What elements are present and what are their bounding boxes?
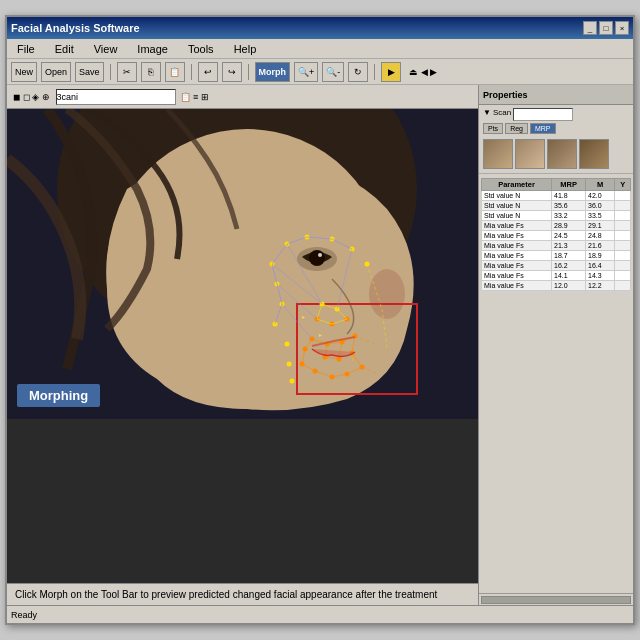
zoom-out-button[interactable]: 🔍-: [322, 62, 344, 82]
new-button[interactable]: New: [11, 62, 37, 82]
menu-bar: File Edit View Image Tools Help: [7, 39, 633, 59]
cell-9-3: [615, 281, 631, 291]
svg-point-5: [309, 250, 325, 266]
table-row: Std value N33.233.5: [482, 211, 631, 221]
cell-2-3: [615, 211, 631, 221]
svg-text:▸: ▸: [352, 356, 355, 362]
divider-1: [479, 173, 633, 174]
toolbar: New Open Save ✂ ⎘ 📋 ↩ ↪ Morph 🔍+ 🔍- ↻ ▶ …: [7, 59, 633, 85]
scrollbar-thumb-h: [481, 596, 631, 604]
panel-btn-2[interactable]: Reg: [505, 123, 528, 134]
table-row: Mia value Fs28.929.1: [482, 221, 631, 231]
svg-point-37: [290, 379, 295, 384]
content-area: ◼ ◻ ◈ ⊕ 📋 ≡ ⊞: [7, 85, 633, 605]
title-bar: Facial Analysis Software _ □ ×: [7, 17, 633, 39]
scan-input[interactable]: [513, 108, 573, 121]
face-overlay-svg: ▸ ▸ ▸: [7, 109, 478, 419]
table-row: Mia value Fs14.114.3: [482, 271, 631, 281]
cell-6-0: Mia value Fs: [482, 251, 552, 261]
rotate-button[interactable]: ↻: [348, 62, 368, 82]
cell-7-3: [615, 261, 631, 271]
save-button[interactable]: Save: [75, 62, 104, 82]
minimize-button[interactable]: _: [583, 21, 597, 35]
col-param: Parameter: [482, 179, 552, 191]
panel-controls: ▼ Scan Pts Reg MRP: [479, 105, 633, 137]
undo-button[interactable]: ↩: [198, 62, 218, 82]
status-text: Click Morph on the Tool Bar to preview p…: [15, 589, 437, 600]
toolbar-sep-2: [191, 64, 192, 80]
cell-2-0: Std value N: [482, 211, 552, 221]
play-button[interactable]: ▶: [381, 62, 401, 82]
menu-view[interactable]: View: [88, 41, 124, 57]
cell-6-1: 18.7: [552, 251, 586, 261]
svg-point-36: [287, 362, 292, 367]
menu-help[interactable]: Help: [228, 41, 263, 57]
header-info: 📋 ≡ ⊞: [180, 92, 209, 102]
morph-button[interactable]: Morph: [255, 62, 291, 82]
menu-edit[interactable]: Edit: [49, 41, 80, 57]
cell-3-2: 29.1: [586, 221, 615, 231]
cell-8-1: 14.1: [552, 271, 586, 281]
cell-5-3: [615, 241, 631, 251]
main-panel: ◼ ◻ ◈ ⊕ 📋 ≡ ⊞: [7, 85, 478, 605]
toolbar-sep-3: [248, 64, 249, 80]
thumb-3[interactable]: [547, 139, 577, 169]
table-row: Mia value Fs18.718.9: [482, 251, 631, 261]
table-row: Mia value Fs16.216.4: [482, 261, 631, 271]
cell-8-0: Mia value Fs: [482, 271, 552, 281]
col-m: M: [586, 179, 615, 191]
cell-1-3: [615, 201, 631, 211]
copy-button[interactable]: ⎘: [141, 62, 161, 82]
col-mrp: MRP: [552, 179, 586, 191]
panel-buttons: Pts Reg MRP: [483, 123, 629, 134]
option1: ▼: [483, 108, 491, 121]
table-row: Std value N41.842.0: [482, 191, 631, 201]
cell-9-1: 12.0: [552, 281, 586, 291]
cell-3-1: 28.9: [552, 221, 586, 231]
morphing-label: Morphing: [17, 384, 100, 407]
table-row: Mia value Fs12.012.2: [482, 281, 631, 291]
cell-0-1: 41.8: [552, 191, 586, 201]
cell-2-1: 33.2: [552, 211, 586, 221]
table-row: Mia value Fs21.321.6: [482, 241, 631, 251]
cut-button[interactable]: ✂: [117, 62, 137, 82]
cell-1-2: 36.0: [586, 201, 615, 211]
search-input[interactable]: [56, 89, 176, 105]
cell-8-3: [615, 271, 631, 281]
cell-9-2: 12.2: [586, 281, 615, 291]
svg-point-6: [318, 253, 322, 257]
cell-5-1: 21.3: [552, 241, 586, 251]
cell-7-2: 16.4: [586, 261, 615, 271]
thumb-1[interactable]: [483, 139, 513, 169]
maximize-button[interactable]: □: [599, 21, 613, 35]
open-button[interactable]: Open: [41, 62, 71, 82]
table-row: Std value N35.636.0: [482, 201, 631, 211]
cell-6-3: [615, 251, 631, 261]
status-bar: Click Morph on the Tool Bar to preview p…: [7, 583, 478, 605]
menu-file[interactable]: File: [11, 41, 41, 57]
svg-text:▸: ▸: [319, 332, 322, 338]
panel-btn-3[interactable]: MRP: [530, 123, 556, 134]
cell-0-3: [615, 191, 631, 201]
redo-button[interactable]: ↪: [222, 62, 242, 82]
cell-8-2: 14.3: [586, 271, 615, 281]
cell-2-2: 33.5: [586, 211, 615, 221]
paste-button[interactable]: 📋: [165, 62, 185, 82]
menu-image[interactable]: Image: [131, 41, 174, 57]
zoom-in-button[interactable]: 🔍+: [294, 62, 318, 82]
cell-7-0: Mia value Fs: [482, 261, 552, 271]
thumb-2[interactable]: [515, 139, 545, 169]
cell-5-2: 21.6: [586, 241, 615, 251]
cell-4-0: Mia value Fs: [482, 231, 552, 241]
scrollbar-h[interactable]: [479, 593, 633, 605]
panel-btn-1[interactable]: Pts: [483, 123, 503, 134]
close-button[interactable]: ×: [615, 21, 629, 35]
bottom-bar: Ready: [7, 605, 633, 623]
right-panel-header: Properties: [479, 85, 633, 105]
thumb-4[interactable]: [579, 139, 609, 169]
bottom-status: Ready: [11, 610, 37, 620]
panel-options: ▼ Scan: [483, 108, 629, 121]
cell-6-2: 18.9: [586, 251, 615, 261]
menu-tools[interactable]: Tools: [182, 41, 220, 57]
data-table-container[interactable]: Parameter MRP M Y Std value N41.842.0Std…: [479, 176, 633, 593]
